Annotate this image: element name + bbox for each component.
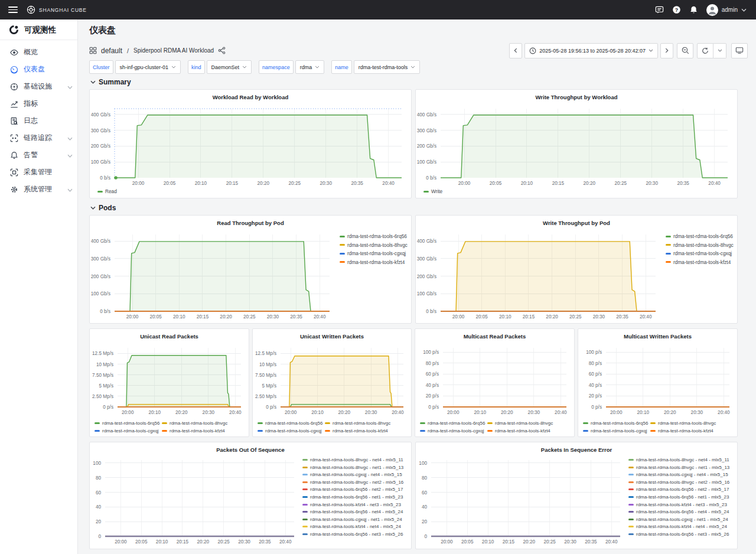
sidebar-item-0[interactable]: 概览: [0, 44, 77, 61]
legend-item[interactable]: rdma-test-rdma-tools-cgxqj - net4 - mlx5…: [628, 472, 731, 477]
sidebar-item-1[interactable]: 仪表盘: [0, 61, 77, 78]
share-icon[interactable]: [218, 47, 226, 54]
help-icon[interactable]: ?: [672, 5, 682, 15]
legend-item[interactable]: rdma-test-rdma-tools-kfzt4: [666, 259, 736, 265]
refresh-interval-caret[interactable]: [713, 43, 726, 58]
sidebar-item-8[interactable]: 系统管理: [0, 181, 77, 198]
chart-packets-oos[interactable]: 02040608010020:0020:0520:1020:1520:2020:…: [91, 457, 296, 546]
legend-item[interactable]: rdma-test-rdma-tools-8hvgc: [340, 242, 410, 248]
legend-item[interactable]: rdma-test-rdma-tools-cgxqj - net1 - mlx5…: [302, 517, 405, 522]
legend-item[interactable]: rdma-test-rdma-tools-8hvgc: [325, 421, 390, 426]
svg-text:20:35: 20:35: [290, 314, 302, 320]
legend-item[interactable]: rdma-test-rdma-tools-cgxqj: [340, 250, 410, 256]
chart-write-workload[interactable]: 0 b/s100 Gb/s200 Gb/s300 Gb/s400 Gb/s20:…: [417, 105, 730, 187]
panel-title[interactable]: Multicast Written Packets: [578, 329, 737, 340]
panel-title[interactable]: Write Throughput by Workload: [416, 90, 737, 100]
legend-item[interactable]: rdma-test-rdma-tools-6rq56 - net4 - mlx5…: [628, 509, 731, 514]
time-back-button[interactable]: [509, 43, 522, 58]
panel-title[interactable]: Unicast Read Packets: [90, 329, 249, 340]
legend-item[interactable]: rdma-test-rdma-tools-kfzt4 - net3 - mlx5…: [302, 502, 405, 507]
legend-item[interactable]: rdma-test-rdma-tools-8hvgc - net2 - mlx5…: [302, 480, 405, 485]
tv-mode-button[interactable]: [731, 43, 748, 58]
legend-item[interactable]: Write: [423, 188, 442, 194]
filter-value-dropdown[interactable]: rdma-test-rdma-tools: [354, 60, 421, 74]
chart-multicast-written[interactable]: 0 p/s20 p/s40 p/s60 p/s80 p/s100 p/s20:0…: [579, 344, 732, 416]
legend-item[interactable]: rdma-test-rdma-tools-cgxqj: [666, 250, 736, 256]
legend-item[interactable]: rdma-test-rdma-tools-8hvgc: [666, 242, 736, 248]
legend-item[interactable]: rdma-test-rdma-tools-6rq56 - net3 - mlx5…: [302, 532, 405, 537]
legend-item[interactable]: rdma-test-rdma-tools-kfzt4: [650, 428, 716, 434]
legend-item[interactable]: rdma-test-rdma-tools-6rq56: [666, 233, 736, 239]
sidebar-item-5[interactable]: 链路追踪: [0, 129, 77, 146]
legend-item[interactable]: rdma-test-rdma-tools-8hvgc - net1 - mlx5…: [628, 465, 731, 470]
sidebar-item-3[interactable]: 指标: [0, 95, 77, 112]
chart-multicast-read[interactable]: 0 p/s20 p/s40 p/s60 p/s80 p/s100 p/s20:0…: [416, 344, 569, 416]
notification-bell-icon[interactable]: [689, 5, 699, 15]
legend-item[interactable]: rdma-test-rdma-tools-cgxqj - net1 - mlx5…: [628, 517, 731, 522]
legend-item[interactable]: rdma-test-rdma-tools-6rq56: [94, 421, 162, 426]
legend-item[interactable]: rdma-test-rdma-tools-cgxqj: [94, 428, 162, 434]
svg-text:20:20: 20:20: [175, 410, 188, 415]
legend-item[interactable]: rdma-test-rdma-tools-8hvgc: [650, 421, 716, 426]
legend-item[interactable]: rdma-test-rdma-tools-cgxqj: [583, 428, 650, 434]
legend-item[interactable]: rdma-test-rdma-tools-kfzt4: [487, 428, 553, 434]
zoom-out-button[interactable]: [677, 43, 693, 58]
panel-title[interactable]: Multicast Read Packets: [415, 329, 574, 340]
legend-item[interactable]: rdma-test-rdma-tools-kfzt4: [340, 259, 410, 265]
legend-item[interactable]: rdma-test-rdma-tools-kfzt4 - net4 - mlx5…: [302, 524, 405, 529]
section-summary[interactable]: Summary: [90, 77, 745, 86]
user-menu[interactable]: admin: [706, 4, 747, 16]
legend-item[interactable]: Read: [97, 188, 117, 194]
legend-item[interactable]: rdma-test-rdma-tools-kfzt4: [162, 428, 227, 434]
legend-item[interactable]: rdma-test-rdma-tools-cgxqj: [420, 428, 487, 434]
time-forward-button[interactable]: [660, 43, 673, 58]
legend-item[interactable]: rdma-test-rdma-tools-8hvgc: [162, 421, 227, 426]
chart-unicast-written[interactable]: 0 p/s2.50 Mp/s5 Mp/s7.50 Mp/s10 Mp/s12.5…: [254, 344, 406, 416]
legend-item[interactable]: rdma-test-rdma-tools-6rq56: [340, 233, 410, 239]
panel-title[interactable]: Write Throughput by Pod: [416, 216, 737, 226]
chart-packets-ise[interactable]: 02040608010020:0020:0520:1020:1520:2020:…: [417, 457, 623, 546]
panel-title[interactable]: Unicast Written Packets: [253, 329, 411, 340]
legend-item[interactable]: rdma-test-rdma-tools-kfzt4: [325, 428, 390, 434]
legend-item[interactable]: rdma-test-rdma-tools-6rq56 - net2 - mlx5…: [302, 487, 405, 492]
legend-item[interactable]: rdma-test-rdma-tools-6rq56: [258, 421, 325, 426]
legend-item[interactable]: rdma-test-rdma-tools-8hvgc - net1 - mlx5…: [302, 465, 405, 470]
panel-title[interactable]: Workload Read by Workload: [90, 90, 411, 100]
chart-write-pod[interactable]: 0 b/s100 Gb/s200 Gb/s300 Gb/s400 Gb/s20:…: [417, 231, 658, 321]
legend-item[interactable]: rdma-test-rdma-tools-cgxqj: [258, 428, 325, 434]
legend-item[interactable]: rdma-test-rdma-tools-6rq56 - net1 - mlx5…: [628, 494, 731, 500]
legend-item[interactable]: rdma-test-rdma-tools-cgxqj - net4 - mlx5…: [302, 472, 405, 477]
sidebar-item-7[interactable]: 采集管理: [0, 164, 77, 181]
legend-item[interactable]: rdma-test-rdma-tools-6rq56: [583, 421, 650, 426]
legend-item[interactable]: rdma-test-rdma-tools-6rq56 - net4 - mlx5…: [302, 509, 405, 514]
panel-title[interactable]: Packets In Sequence Error: [416, 442, 737, 453]
time-range-picker[interactable]: 2025-05-28 19:56:13 to 2025-05-28 20:42:…: [524, 43, 658, 58]
chart-unicast-read[interactable]: 0 p/s2.50 Mp/s5 Mp/s7.50 Mp/s10 Mp/s12.5…: [91, 344, 243, 416]
legend-item[interactable]: rdma-test-rdma-tools-8hvgc - net4 - mlx5…: [628, 457, 731, 462]
panel-title[interactable]: Packets Out Of Sequence: [90, 442, 411, 453]
message-icon[interactable]: [655, 5, 664, 15]
filter-value-dropdown[interactable]: DaemonSet: [207, 60, 252, 74]
sidebar-item-6[interactable]: 告警: [0, 146, 77, 164]
chart-workload-read[interactable]: 0 b/s100 Gb/s200 Gb/s300 Gb/s400 Gb/s20:…: [91, 105, 404, 187]
section-pods[interactable]: Pods: [90, 203, 745, 212]
legend-item[interactable]: rdma-test-rdma-tools-6rq56 - net1 - mlx5…: [302, 494, 405, 500]
chart-read-pod[interactable]: 0 b/s100 Gb/s200 Gb/s300 Gb/s400 Gb/s20:…: [91, 231, 332, 321]
legend-item[interactable]: rdma-test-rdma-tools-kfzt4 - net3 - mlx5…: [628, 502, 731, 507]
legend-item[interactable]: rdma-test-rdma-tools-6rq56 - net2 - mlx5…: [628, 487, 731, 492]
breadcrumb-dashboard[interactable]: Spiderpool RDMA AI Workload: [133, 47, 214, 54]
filter-value-dropdown[interactable]: sh-inf-gpu-cluster-01: [115, 60, 181, 74]
legend-item[interactable]: rdma-test-rdma-tools-8hvgc - net4 - mlx5…: [302, 457, 405, 462]
legend-item[interactable]: rdma-test-rdma-tools-kfzt4 - net4 - mlx5…: [628, 524, 731, 529]
refresh-button[interactable]: [697, 43, 713, 58]
legend-item[interactable]: rdma-test-rdma-tools-6rq56 - net3 - mlx5…: [628, 532, 731, 537]
legend-item[interactable]: rdma-test-rdma-tools-8hvgc: [487, 421, 553, 426]
sidebar-item-2[interactable]: 基础设施: [0, 78, 77, 95]
legend-item[interactable]: rdma-test-rdma-tools-6rq56: [420, 421, 487, 426]
sidebar-item-4[interactable]: 日志: [0, 112, 77, 129]
legend-item[interactable]: rdma-test-rdma-tools-8hvgc - net2 - mlx5…: [628, 480, 731, 485]
breadcrumb-folder[interactable]: default: [101, 47, 122, 55]
panel-title[interactable]: Read Throughput by Pod: [90, 216, 411, 226]
menu-toggle-icon[interactable]: [8, 6, 18, 13]
filter-value-dropdown[interactable]: rdma: [295, 60, 325, 74]
